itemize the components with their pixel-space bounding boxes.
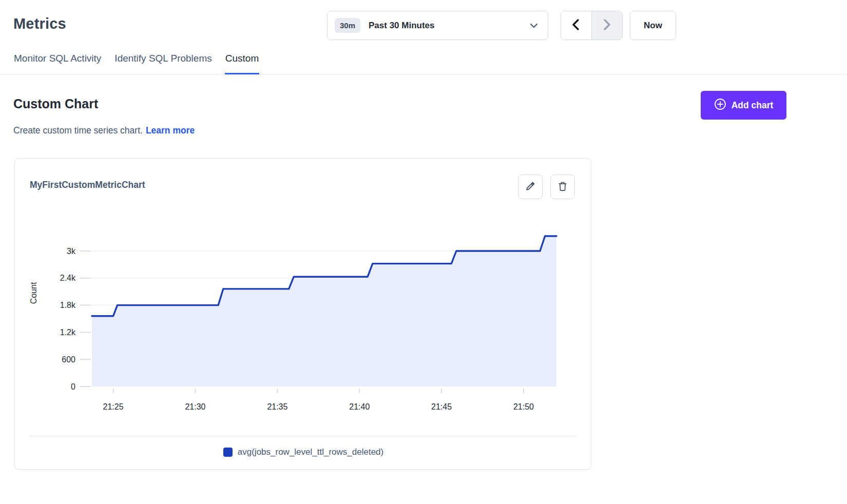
- svg-text:21:50: 21:50: [513, 402, 534, 411]
- metric-chart-svg[interactable]: 06001.2k1.8k2.4k3k21:2521:3021:3521:4021…: [15, 159, 592, 425]
- svg-text:0: 0: [71, 382, 75, 391]
- add-chart-button[interactable]: Add chart: [701, 91, 786, 120]
- chevron-down-icon: [529, 22, 538, 29]
- plus-circle-icon: [714, 98, 726, 113]
- section-heading: Custom Chart: [13, 96, 98, 111]
- chevron-right-icon: [602, 18, 612, 32]
- section-description: Create custom time series chart.Learn mo…: [13, 125, 195, 136]
- svg-text:1.2k: 1.2k: [60, 328, 76, 337]
- chart-legend[interactable]: avg(jobs_row_level_ttl_rows_deleted): [15, 447, 592, 457]
- svg-text:600: 600: [62, 355, 75, 364]
- page-title: Metrics: [13, 15, 66, 32]
- now-button[interactable]: Now: [630, 11, 676, 40]
- add-chart-label: Add chart: [732, 100, 774, 111]
- svg-text:21:30: 21:30: [185, 402, 205, 411]
- chevron-left-icon: [571, 18, 581, 32]
- tab-monitor-sql-activity[interactable]: Monitor SQL Activity: [13, 53, 102, 74]
- svg-text:2.4k: 2.4k: [60, 274, 76, 282]
- time-range-badge: 30m: [335, 18, 360, 33]
- svg-text:21:45: 21:45: [431, 402, 452, 411]
- tab-custom[interactable]: Custom: [225, 53, 259, 74]
- time-range-label: Past 30 Minutes: [369, 21, 529, 31]
- section-description-text: Create custom time series chart.: [13, 125, 143, 135]
- time-range-dropdown[interactable]: 30m Past 30 Minutes: [327, 11, 548, 40]
- legend-swatch: [223, 448, 233, 457]
- learn-more-link[interactable]: Learn more: [146, 125, 195, 135]
- svg-text:21:35: 21:35: [267, 402, 287, 411]
- time-nav-group: [561, 11, 623, 40]
- svg-text:21:40: 21:40: [349, 402, 370, 411]
- custom-chart-card: MyFirstCustomMetricChart 06001.2k1.8k2.4…: [14, 158, 591, 470]
- tab-identify-sql-problems[interactable]: Identify SQL Problems: [114, 53, 212, 74]
- metrics-page: Metrics 30m Past 30 Minutes Now Monitor …: [0, 0, 847, 504]
- svg-text:Count: Count: [29, 282, 38, 304]
- svg-text:1.8k: 1.8k: [60, 301, 76, 309]
- time-forward-button[interactable]: [592, 11, 622, 40]
- tabs: Monitor SQL ActivityIdentify SQL Problem…: [0, 53, 847, 74]
- svg-text:3k: 3k: [67, 247, 76, 256]
- legend-divider: [30, 436, 577, 436]
- legend-label: avg(jobs_row_level_ttl_rows_deleted): [238, 447, 383, 457]
- svg-text:21:25: 21:25: [103, 402, 124, 411]
- time-back-button[interactable]: [561, 11, 592, 40]
